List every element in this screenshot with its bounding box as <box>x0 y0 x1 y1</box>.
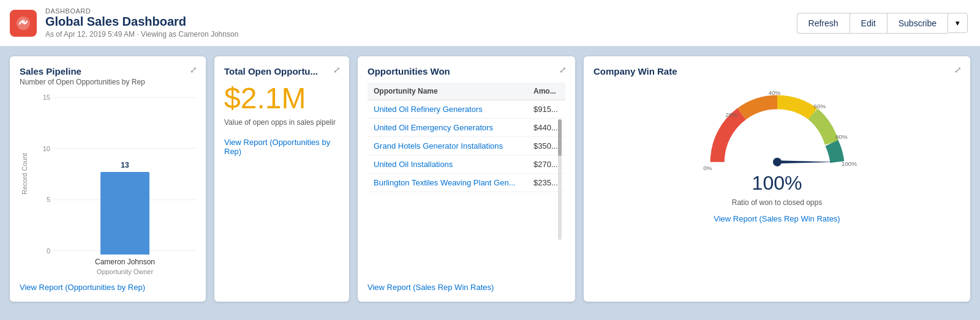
gauge-label-100: 100% <box>841 160 856 167</box>
y-label-10: 10 <box>37 145 50 152</box>
col-amount-header: Amo... <box>527 83 565 100</box>
x-label: Cameron Johnson <box>95 258 155 266</box>
scroll-thumb <box>558 119 562 156</box>
gauge-label-60: 60% <box>813 103 826 110</box>
header-actions: Refresh Edit Subscribe ▾ <box>797 13 968 34</box>
pipeline-title: Sales Pipeline <box>20 66 196 76</box>
win-rate-title: Company Win Rate <box>594 66 960 76</box>
scroll-indicator[interactable] <box>558 119 562 240</box>
svg-point-3 <box>772 158 781 166</box>
pipeline-bar <box>100 172 149 255</box>
won-expand-icon[interactable]: ⤢ <box>559 65 567 75</box>
gauge-chart: 0% 20% 40% 60% 80% 100% <box>673 78 881 178</box>
opp-name-cell[interactable]: Burlington Textiles Weaving Plant Gen... <box>368 174 527 192</box>
refresh-button[interactable]: Refresh <box>797 13 850 34</box>
pipeline-report-link[interactable]: View Report (Opportunities by Rep) <box>20 283 196 292</box>
total-open-card: Total Open Opportu... ⤢ $2.1M Value of o… <box>214 56 349 302</box>
x-axis-title: Opportunity Owner <box>97 268 153 275</box>
y-label-5: 5 <box>37 196 50 203</box>
subscribe-button[interactable]: Subscribe <box>887 13 948 34</box>
gauge-container: 0% 20% 40% 60% 80% 100% 100% Ratio of wo… <box>594 78 960 292</box>
win-rate-percentage: 100% <box>752 172 802 195</box>
edit-button[interactable]: Edit <box>850 13 887 34</box>
header-text: DASHBOARD Global Sales Dashboard As of A… <box>45 7 238 39</box>
gauge-label-80: 80% <box>835 133 848 140</box>
gauge-label-20: 20% <box>725 111 737 118</box>
y-label-15: 15 <box>37 94 50 101</box>
opp-amount-cell: $915... <box>527 100 565 119</box>
opp-name-cell[interactable]: United Oil Emergency Generators <box>368 119 527 137</box>
table-row: United Oil Installations$270... <box>368 155 565 174</box>
svg-point-1 <box>21 20 25 23</box>
total-open-expand-icon[interactable]: ⤢ <box>333 65 341 75</box>
dropdown-button[interactable]: ▾ <box>948 13 968 33</box>
col-name-header: Opportunity Name <box>368 83 527 100</box>
table-row: Grand Hotels Generator Installations$350… <box>368 137 565 155</box>
total-open-amount: $2.1M <box>224 84 339 113</box>
gauge-label-0: 0% <box>703 165 712 171</box>
opp-name-cell[interactable]: Grand Hotels Generator Installations <box>368 137 527 155</box>
total-open-report-link[interactable]: View Report (Opportunities by Rep) <box>224 138 339 156</box>
svg-marker-2 <box>772 160 835 163</box>
opp-name-cell[interactable]: United Oil Installations <box>368 155 527 174</box>
table-row: United Oil Refinery Generators$915... <box>368 100 565 119</box>
pipeline-expand-icon[interactable]: ⤢ <box>190 65 197 75</box>
won-report-link[interactable]: View Report (Sales Rep Win Rates) <box>368 283 565 292</box>
main-content: Sales Pipeline Number of Open Opportunit… <box>0 47 980 311</box>
win-rate-expand-icon[interactable]: ⤢ <box>954 65 962 75</box>
header-label: DASHBOARD <box>45 7 238 15</box>
gauge-label-40: 40% <box>768 89 780 96</box>
app-logo <box>10 10 37 37</box>
bar-value: 13 <box>121 161 129 169</box>
won-title: Opportunities Won <box>368 66 565 76</box>
opportunities-table: Opportunity Name Amo... United Oil Refin… <box>368 83 565 192</box>
total-open-title: Total Open Opportu... <box>224 66 339 76</box>
sales-pipeline-card: Sales Pipeline Number of Open Opportunit… <box>10 56 206 302</box>
total-open-desc: Value of open opps in sales pipelir <box>224 118 339 127</box>
table-row: United Oil Emergency Generators$440... <box>368 119 565 137</box>
header-left: DASHBOARD Global Sales Dashboard As of A… <box>10 7 238 39</box>
y-axis-label: Record Count <box>20 94 29 255</box>
win-rate-description: Ratio of won to closed opps <box>732 198 822 207</box>
opp-name-cell[interactable]: United Oil Refinery Generators <box>368 100 527 119</box>
header-subtitle: As of Apr 12, 2019 5:49 AM · Viewing as … <box>45 30 238 39</box>
win-rate-card: Company Win Rate ⤢ <box>584 56 970 302</box>
win-rate-report-link[interactable]: View Report (Sales Rep Win Rates) <box>714 214 840 223</box>
table-row: Burlington Textiles Weaving Plant Gen...… <box>368 174 565 192</box>
page-title: Global Sales Dashboard <box>45 15 238 29</box>
pipeline-subtitle: Number of Open Opportunities by Rep <box>20 78 196 86</box>
y-label-0: 0 <box>37 247 50 255</box>
opportunities-won-card: Opportunities Won ⤢ Opportunity Name Amo… <box>358 56 575 302</box>
header: DASHBOARD Global Sales Dashboard As of A… <box>0 0 980 47</box>
